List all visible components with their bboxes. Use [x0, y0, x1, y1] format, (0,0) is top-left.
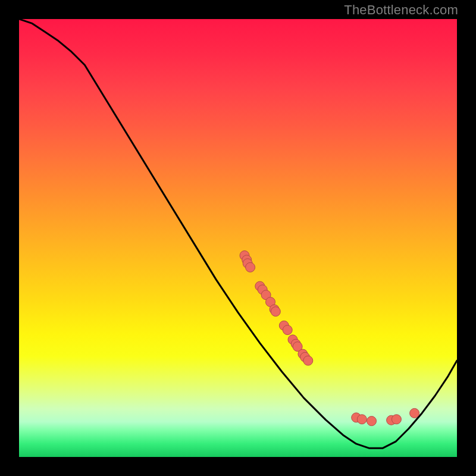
scatter-point	[271, 307, 280, 317]
scatter-point	[283, 325, 292, 335]
chart-svg	[19, 19, 457, 457]
scatter-point	[246, 262, 255, 272]
bottleneck-curve	[19, 19, 457, 448]
scatter-point	[303, 356, 313, 365]
x-axis-line	[19, 457, 457, 459]
scatter-point	[367, 416, 377, 426]
scatter-point	[410, 408, 419, 418]
scatter-point	[392, 415, 401, 424]
scatter-group	[240, 250, 419, 425]
watermark-text: TheBottleneck.com	[344, 2, 458, 18]
chart-container: TheBottleneck.com	[0, 0, 476, 476]
scatter-point	[357, 415, 367, 424]
